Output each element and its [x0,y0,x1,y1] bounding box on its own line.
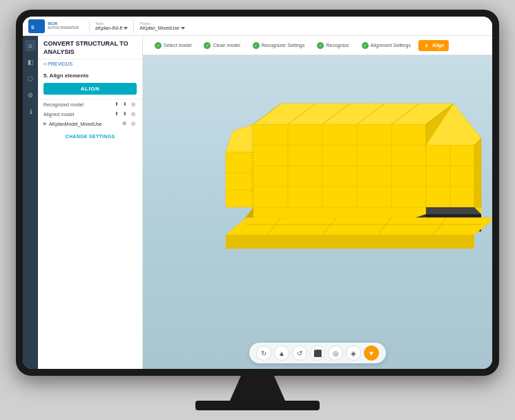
topbar-divider-2 [133,20,134,32]
building-3d [212,69,492,276]
upload2-icon[interactable]: ⬆ [113,111,120,117]
team-section: Team aKplan-INI-ft [95,21,128,30]
app-container: S SCIA SCIA AUTOCONVERTER Team [23,17,492,369]
wifi-button[interactable]: ▼ [364,345,379,361]
recognized-model-label: Recognized model [43,102,113,107]
sidebar-icon-shapes[interactable]: ⬡ [25,73,36,84]
change-settings-button[interactable]: CHANGE SETTINGS [38,128,142,144]
svg-marker-28 [226,152,253,207]
eye-icon[interactable]: ◎ [130,101,137,108]
svg-text:SCIA: SCIA [35,21,43,26]
logo-subtitle: AUTOCONVERTER [48,26,79,30]
project-dropdown-icon [181,27,185,30]
content-area: ✓ Select model ✓ Clean model ✓ Recognize… [143,36,492,369]
tab-check-recognizer: ✓ [253,42,260,49]
left-panel: CONVERT STRUCTURAL TO ANALYSIS < PREVIOU… [38,36,143,369]
svg-marker-36 [226,235,474,249]
tab-num-align: 6 [423,42,430,49]
tab-recognize[interactable]: ✓ Recognize [312,40,353,51]
top-bar: S SCIA SCIA AUTOCONVERTER Team [23,17,492,36]
undo-button[interactable]: ↺ [292,345,307,361]
aligned-model-icons: ⬆ ⬇ ◎ [113,111,137,117]
file-name: AKplanModel_MixedUse [49,122,102,126]
aligned-model-row: Aligned model ⬆ ⬇ ◎ [38,109,142,119]
sidebar-icon-layers[interactable]: ◧ [25,57,36,68]
monitor-stand [230,376,285,401]
page-title: CONVERT STRUCTURAL TO ANALYSIS [38,36,142,59]
recognized-model-row: Recognized model ⬆ ⬇ ◎ [38,99,142,109]
project-value[interactable]: AKplan_MixedUse [139,26,185,30]
sidebar-icons: ⌂ ◧ ⬡ ⚙ ℹ [23,36,38,369]
logo-icon: S SCIA [28,19,45,33]
eye2-icon[interactable]: ◎ [130,111,137,117]
tab-alignment-settings[interactable]: ✓ Alignment Settings [357,40,416,51]
topbar-divider-1 [89,20,90,32]
screen: S SCIA SCIA AUTOCONVERTER Team [23,17,492,369]
svg-marker-29 [226,124,253,152]
team-dropdown-icon [124,27,128,30]
model-rows: Recognized model ⬆ ⬇ ◎ Aligned model [38,99,142,119]
monitor-base [195,401,320,410]
recognized-model-icons: ⬆ ⬇ ◎ [113,101,137,108]
tab-select-model[interactable]: ✓ Select model [150,40,196,51]
svg-marker-7 [253,104,454,124]
cursor-button[interactable]: ▲ [274,345,289,361]
monitor: S SCIA SCIA AUTOCONVERTER Team [16,10,499,376]
viewport[interactable]: ↻ ▲ ↺ ⬛ ◎ ◈ ▼ [143,55,492,369]
rotate-button[interactable]: ↻ [256,345,271,361]
project-section: Project AKplan_MixedUse [139,21,185,30]
step-title: 5. Align elements [43,73,137,79]
tab-clean-model[interactable]: ✓ Clean model [199,40,244,51]
eye-view-button[interactable]: ◎ [328,345,343,361]
aligned-model-label: Aligned model [43,112,113,117]
download2-icon[interactable]: ⬇ [122,111,128,117]
team-value[interactable]: aKplan-INI-ft [95,26,128,30]
svg-marker-24 [474,138,481,207]
camera-button[interactable]: ⬛ [310,345,325,361]
tab-check-select: ✓ [155,42,162,49]
previous-button[interactable]: < PREVIOUS [38,59,142,68]
tab-align[interactable]: 6 Align [418,40,449,51]
tab-check-alignment: ✓ [362,42,369,49]
logo-area: S SCIA SCIA AUTOCONVERTER [28,19,84,33]
file-row: ▶ AKplanModel_MixedUse ⚙ ◎ [38,119,142,128]
step-section: 5. Align elements ALIGN [38,68,142,99]
file-eye-icon[interactable]: ◎ [130,120,137,127]
layers-view-button[interactable]: ◈ [346,345,361,361]
workflow-tabs: ✓ Select model ✓ Clean model ✓ Recognize… [143,36,492,55]
expand-icon[interactable]: ▶ [43,121,47,126]
tab-recognizer-settings[interactable]: ✓ Recognizer Settings [248,40,310,51]
viewport-toolbar: ↻ ▲ ↺ ⬛ ◎ ◈ ▼ [249,343,386,363]
tab-check-clean: ✓ [204,42,211,49]
sidebar-icon-home[interactable]: ⌂ [25,40,36,51]
sidebar-icon-settings[interactable]: ⚙ [25,90,36,101]
upload-icon[interactable]: ⬆ [113,101,120,108]
align-button[interactable]: ALIGN [43,83,137,95]
sidebar-icon-info[interactable]: ℹ [25,106,36,117]
svg-marker-35 [226,218,492,235]
download-icon[interactable]: ⬇ [122,101,128,108]
file-settings-icon[interactable]: ⚙ [121,120,128,127]
tab-check-recognize: ✓ [317,42,324,49]
svg-text:S: S [31,25,35,30]
main-row: ⌂ ◧ ⬡ ⚙ ℹ CONVERT STRUCTURAL TO ANALYSIS… [23,36,492,369]
svg-marker-34 [426,207,481,214]
